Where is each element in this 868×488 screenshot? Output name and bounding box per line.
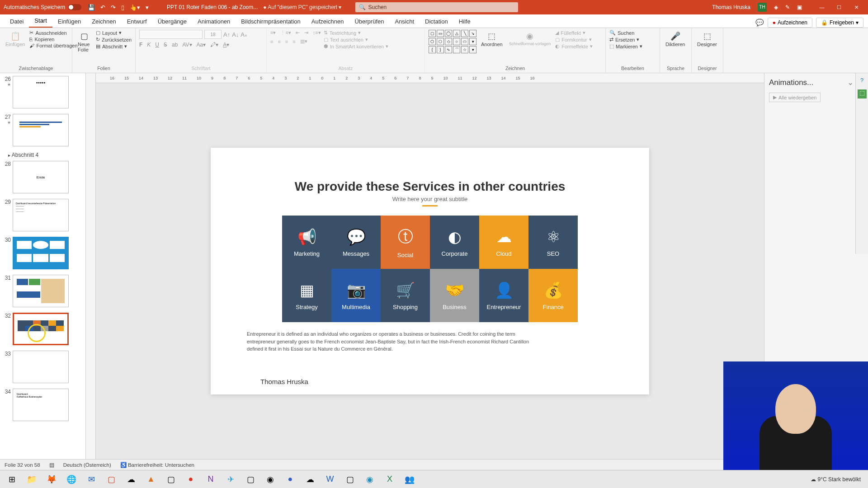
designer-button[interactable]: ⬚Designer [695,30,719,65]
replace-button[interactable]: ⇄ Ersetzen ▾ [609,37,642,42]
linespacing-icon[interactable]: ↕≡▾ [313,30,321,36]
shadow-button[interactable]: ab [172,42,178,48]
thumb-29[interactable]: 29Dashboard bevorstehende Präsentation──… [3,199,83,231]
explorer-icon[interactable]: 📁 [22,471,42,488]
minimize-button[interactable]: — [814,2,830,13]
excel-icon[interactable]: X [380,471,400,488]
save-location[interactable]: ● Auf "diesem PC" gespeichert ▾ [263,4,341,10]
maximize-button[interactable]: ☐ [831,2,847,13]
close-button[interactable]: ✕ [848,2,864,13]
slide-paragraph[interactable]: Entrepreneur it is defined as an individ… [247,330,536,353]
smartart-button[interactable]: ⬢ In SmartArt konvertieren ▾ [324,43,388,49]
app-icon-5[interactable]: ● [280,471,300,488]
slide-subtitle[interactable]: Write here your great subtitle [247,196,613,206]
tab-uebergaenge[interactable]: Übergänge [152,15,192,28]
tab-zeichnen[interactable]: Zeichnen [86,15,121,28]
onenote-icon[interactable]: N [201,471,221,488]
decrease-font-icon[interactable]: A↓ [232,31,239,38]
tile-entrepreneur[interactable]: 👤Entrepreneur [479,269,528,322]
strike-button[interactable]: S̶ [164,42,167,48]
select-button[interactable]: ⬚ Markieren ▾ [609,43,642,49]
tab-datei[interactable]: Datei [5,15,29,28]
arrange-button[interactable]: ⬚Anordnen [479,30,505,65]
obs-icon[interactable]: ◉ [260,471,280,488]
tab-aufzeichnen[interactable]: Aufzeichnen [306,15,349,28]
fill-button[interactable]: ◢ Fülleffekt ▾ [555,30,593,36]
app-icon-4[interactable]: ▢ [241,471,260,488]
bold-button[interactable]: F [139,42,142,48]
tab-einfuegen[interactable]: Einfügen [52,15,86,28]
slide[interactable]: We provide these Services in other count… [211,148,649,394]
chrome-icon[interactable]: 🌐 [61,471,81,488]
share-button[interactable]: 🔒 Freigeben ▾ [816,18,863,28]
save-icon[interactable]: 💾 [88,4,95,11]
layout-button[interactable]: ▢ Layout ▾ [96,30,132,36]
outdent-icon[interactable]: ⇤ [296,30,300,36]
designer-side-icon[interactable]: ⬚ [858,89,867,99]
play-all-button[interactable]: ▶ Alle wiedergeben [769,93,821,102]
app-icon-2[interactable]: ▢ [161,471,181,488]
tab-hilfe[interactable]: Hilfe [453,15,476,28]
thumb-27[interactable]: 27★ [3,114,83,146]
tiles-grid[interactable]: 📢Marketing💬MessagesⓣSocial◐Corporate☁Clo… [282,216,578,322]
diamond-icon[interactable]: ◈ [774,4,778,10]
accessibility-status[interactable]: ♿ Barrierefreiheit: Untersuchen [120,462,194,468]
font-size-combo[interactable]: 18 [204,30,222,39]
tile-seo[interactable]: ⚛SEO [528,216,578,269]
find-button[interactable]: 🔍 Suchen [609,30,642,36]
document-name[interactable]: PPT 01 Roter Faden 006 - ab Zoom... [167,4,258,10]
comments-icon[interactable]: 💬 [755,19,764,27]
outline-icon[interactable]: ▤ [49,462,54,468]
slideshow-icon[interactable]: ▯ [121,4,124,11]
tab-ueberpruefen[interactable]: Überprüfen [349,15,389,28]
tile-marketing[interactable]: 📢Marketing [282,216,331,269]
outlook-icon[interactable]: ✉ [81,471,101,488]
case-button[interactable]: Aa▾ [197,42,206,48]
dictate-button[interactable]: 🎤Diktieren [664,30,687,65]
bullets-icon[interactable]: ≡▾ [270,30,276,36]
thumb-32[interactable]: 32 [3,313,83,345]
tab-start[interactable]: Start [29,14,52,28]
italic-button[interactable]: K [147,42,151,48]
help-icon[interactable]: ? [858,77,867,86]
quickstyle-button[interactable]: ◉Schnellformat-vorlagen [507,30,553,65]
language-status[interactable]: Deutsch (Österreich) [63,462,111,468]
edge-icon[interactable]: ◉ [360,471,380,488]
format-painter-button[interactable]: 🖌 Format übertragen [29,43,77,48]
weather-widget[interactable]: ☁ 9°C Stark bewölkt [811,476,861,483]
thumb-33[interactable]: 33 [3,351,83,383]
app-icon-3[interactable]: ● [181,471,201,488]
slide-thumbnails[interactable]: 26★●●●●● 27★ Abschnitt 4 28Ende 29Dashbo… [0,73,86,459]
undo-icon[interactable]: ↶ [100,4,105,11]
redo-icon[interactable]: ↷ [111,4,116,11]
section-header[interactable]: Abschnitt 4 [8,152,83,158]
slide-counter[interactable]: Folie 32 von 58 [5,462,40,468]
telegram-icon[interactable]: ✈ [221,471,241,488]
align-center-icon[interactable]: ≡ [278,39,280,44]
tile-multimedia[interactable]: 📷Multimedia [331,269,381,322]
user-avatar[interactable]: TH [758,3,767,12]
spacing-button[interactable]: AV▾ [182,42,192,48]
thumb-31[interactable]: 31 [3,275,83,307]
record-button[interactable]: Aufzeichnen [768,18,812,28]
thumb-28[interactable]: 28Ende [3,161,83,193]
tab-animationen[interactable]: Animationen [192,15,236,28]
paste-button[interactable]: 📋Einfügen [4,30,27,65]
app-icon-7[interactable]: ▢ [340,471,360,488]
section-button[interactable]: ▤ Abschnitt ▾ [96,43,132,49]
underline-button[interactable]: U [155,42,159,48]
search-box[interactable]: 🔍 Suchen [355,2,518,12]
thumb-34[interactable]: 34DashboardKaffeehaus Businessplan [3,389,83,421]
tile-corporate[interactable]: ◐Corporate [430,216,479,269]
tile-strategy[interactable]: ▦Strategy [282,269,331,322]
pen-icon[interactable]: ✎ [785,4,790,10]
window-icon[interactable]: ▣ [797,4,802,10]
teams-icon[interactable]: 👥 [400,471,420,488]
align-text-button[interactable]: ▢ Text ausrichten ▾ [324,37,388,42]
powerpoint-icon[interactable]: ▢ [101,471,121,488]
tab-ansicht[interactable]: Ansicht [389,15,420,28]
cut-button[interactable]: ✂ Ausschneiden [29,30,77,36]
qat-more-icon[interactable]: ▾ [146,4,149,11]
highlight-button[interactable]: 🖍▾ [210,42,218,48]
slide-title[interactable]: We provide these Services in other count… [247,179,613,194]
